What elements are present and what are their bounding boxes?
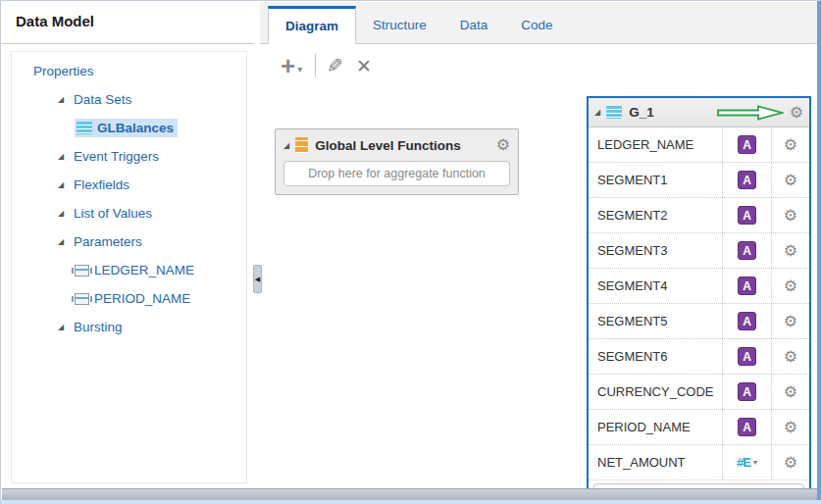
field-gear-icon[interactable]: ⚙ xyxy=(784,137,797,153)
tree-item-bursting[interactable]: ◢ Bursting xyxy=(12,313,246,341)
tree-item-label: Properties xyxy=(33,64,94,78)
expand-triangle-icon[interactable]: ◢ xyxy=(55,323,67,331)
tree-item-properties[interactable]: Properties xyxy=(12,57,246,85)
field-name: SEGMENT1 xyxy=(589,163,722,197)
field-actions-cell: ⚙ xyxy=(771,233,809,268)
tree-item-label: Data Sets xyxy=(74,92,131,107)
field-actions-cell: ⚙ xyxy=(771,445,809,479)
text-type-icon[interactable]: A xyxy=(738,347,756,366)
text-type-cell: A xyxy=(722,339,771,374)
g1-field-row[interactable]: SEGMENT5 A ⚙ xyxy=(589,304,809,339)
field-actions-cell: ⚙ xyxy=(771,163,809,197)
tab-data[interactable]: Data xyxy=(443,6,505,43)
number-type-icon[interactable]: #E xyxy=(737,455,750,470)
field-gear-icon[interactable]: ⚙ xyxy=(784,420,797,435)
diagram-toolbar: + ▾ ✎ ✕ xyxy=(260,44,821,87)
document-icon xyxy=(295,137,308,153)
add-dropdown-caret-icon[interactable]: ▾ xyxy=(297,64,302,75)
text-type-cell: A xyxy=(722,410,771,444)
tree-item-period-name-parameter[interactable]: PERIOD_NAME xyxy=(12,284,246,313)
panel-splitter-collapse-handle[interactable]: ◀ xyxy=(253,265,262,293)
expand-triangle-icon[interactable]: ◢ xyxy=(55,180,67,189)
tree-item-event-triggers[interactable]: ◢ Event Triggers xyxy=(12,142,246,171)
text-type-cell: A xyxy=(722,269,771,303)
expand-triangle-icon[interactable]: ◢ xyxy=(55,95,67,104)
add-dataset-button[interactable]: + xyxy=(281,53,295,78)
text-type-icon[interactable]: A xyxy=(738,206,756,225)
parameter-icon xyxy=(75,293,89,305)
group-table-icon xyxy=(606,106,622,119)
field-name: CURRENCY_CODE xyxy=(589,375,722,409)
g1-field-row[interactable]: CURRENCY_CODE A ⚙ xyxy=(589,375,809,410)
expand-triangle-icon[interactable]: ◢ xyxy=(55,237,67,246)
text-type-cell: A xyxy=(722,127,771,162)
tab-diagram[interactable]: Diagram xyxy=(268,6,356,44)
tree-item-data-sets[interactable]: ◢ Data Sets xyxy=(12,85,246,114)
tab-structure[interactable]: Structure xyxy=(356,6,443,43)
expand-triangle-icon[interactable]: ◢ xyxy=(594,108,600,117)
text-type-cell: A xyxy=(722,233,771,268)
text-type-icon[interactable]: A xyxy=(738,171,756,189)
diagram-canvas: ◢ Global Level Functions ⚙ Drop here for… xyxy=(260,87,821,504)
tree-item-parameters[interactable]: ◢ Parameters xyxy=(12,227,246,256)
green-annotation-arrow xyxy=(717,105,784,121)
tab-strip: Diagram Structure Data Code xyxy=(260,2,821,44)
tree-item-flexfields[interactable]: ◢ Flexfields xyxy=(12,171,246,199)
text-type-icon[interactable]: A xyxy=(738,382,756,401)
tree-item-label: Bursting xyxy=(74,320,123,334)
field-name: SEGMENT4 xyxy=(589,269,722,303)
edit-button-pencil-icon[interactable]: ✎ xyxy=(327,54,343,77)
toolbar-separator xyxy=(315,54,316,77)
tree-item-label: Parameters xyxy=(74,234,142,249)
dataset-table-icon xyxy=(77,122,92,134)
g1-field-row[interactable]: PERIOD_NAME A ⚙ xyxy=(589,410,809,445)
expand-triangle-icon[interactable]: ◢ xyxy=(55,152,67,161)
global-aggregate-drop-zone[interactable]: Drop here for aggregate function xyxy=(283,161,510,186)
field-gear-icon[interactable]: ⚙ xyxy=(784,384,797,400)
field-name: NET_AMOUNT xyxy=(589,445,722,479)
tree-item-label: GLBalances xyxy=(97,121,174,135)
horizontal-scrollbar[interactable] xyxy=(2,488,817,500)
tree-item-list-of-values[interactable]: ◢ List of Values xyxy=(12,199,246,227)
field-actions-cell: ⚙ xyxy=(771,339,809,374)
g1-field-row[interactable]: NET_AMOUNT #E ▾ ⚙ xyxy=(589,445,809,480)
text-type-icon[interactable]: A xyxy=(738,241,756,260)
text-type-cell: A xyxy=(722,375,771,409)
field-gear-icon[interactable]: ⚙ xyxy=(784,455,797,471)
text-type-icon[interactable]: A xyxy=(738,312,756,330)
field-gear-icon[interactable]: ⚙ xyxy=(784,208,797,224)
field-gear-icon[interactable]: ⚙ xyxy=(784,278,797,294)
text-type-cell: A xyxy=(722,304,771,338)
field-gear-icon[interactable]: ⚙ xyxy=(784,314,797,329)
delete-button-x-icon[interactable]: ✕ xyxy=(356,55,372,76)
global-functions-gear-icon[interactable]: ⚙ xyxy=(496,137,510,153)
aggregate-dropdown-caret-icon[interactable]: ▾ xyxy=(753,458,757,467)
tab-label: Data xyxy=(460,18,488,32)
field-actions-cell: ⚙ xyxy=(771,269,809,303)
tree-item-glbalances[interactable]: GLBalances xyxy=(12,114,246,142)
tree-item-ledger-name-parameter[interactable]: LEDGER_NAME xyxy=(12,256,246,284)
g1-field-row[interactable]: SEGMENT2 A ⚙ xyxy=(589,198,809,233)
expand-triangle-icon[interactable]: ◢ xyxy=(55,209,67,218)
tab-label: Diagram xyxy=(285,19,338,33)
field-actions-cell: ⚙ xyxy=(771,410,809,444)
field-name: SEGMENT2 xyxy=(589,198,722,232)
text-type-icon[interactable]: A xyxy=(738,277,756,295)
tab-code[interactable]: Code xyxy=(504,6,569,43)
g1-field-row[interactable]: SEGMENT1 A ⚙ xyxy=(589,163,809,198)
g1-field-row[interactable]: SEGMENT3 A ⚙ xyxy=(589,233,809,269)
field-gear-icon[interactable]: ⚙ xyxy=(784,173,797,188)
g1-actions-gear-icon[interactable]: ⚙ xyxy=(790,105,803,121)
expand-triangle-icon[interactable]: ◢ xyxy=(283,141,289,150)
text-type-icon[interactable]: A xyxy=(738,135,756,154)
field-gear-icon[interactable]: ⚙ xyxy=(784,349,797,365)
field-gear-icon[interactable]: ⚙ xyxy=(784,243,797,259)
text-type-icon[interactable]: A xyxy=(738,418,756,436)
g1-header: ◢ G_1 ⚙ xyxy=(589,98,809,127)
window-right-border xyxy=(817,1,821,504)
data-model-tree: Properties ◢ Data Sets GLBalances ◢ Even… xyxy=(11,51,247,483)
selected-highlight: GLBalances xyxy=(75,119,178,137)
g1-field-row[interactable]: LEDGER_NAME A ⚙ xyxy=(589,127,809,163)
g1-field-row[interactable]: SEGMENT6 A ⚙ xyxy=(589,339,809,375)
g1-field-row[interactable]: SEGMENT4 A ⚙ xyxy=(589,269,809,304)
